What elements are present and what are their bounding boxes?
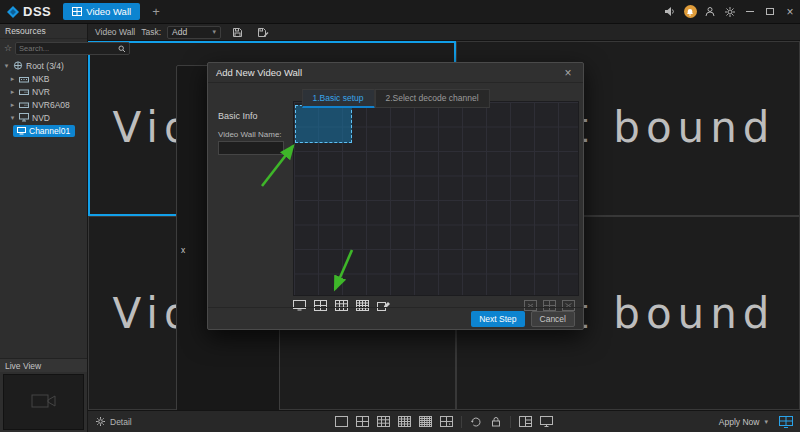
selected-channel: Channel01 [13, 125, 75, 137]
screen-split-toolbar [335, 416, 553, 428]
caret-icon[interactable]: ▾ [3, 62, 10, 70]
tour-icon[interactable] [470, 416, 482, 427]
lock-icon[interactable] [490, 416, 502, 427]
dialog-footer: Next Step Cancel [208, 307, 583, 329]
split-16-icon[interactable] [398, 416, 411, 427]
site-icon [13, 61, 23, 70]
tree-item-root[interactable]: ▾ Root (3/4) [0, 59, 87, 72]
close-window-button[interactable]: × [780, 0, 800, 24]
top-bar: DSS Video Wall + [0, 0, 800, 24]
tab-basic-setup[interactable]: 1.Basic setup [301, 89, 374, 108]
apply-control: Apply Now ▾ [719, 416, 793, 428]
search-row: ☆ [0, 39, 87, 57]
wall-name-label: Video Wall Name: [218, 130, 282, 139]
wall-output-icon[interactable] [779, 416, 793, 428]
search-icon[interactable] [118, 45, 126, 53]
channel-icon [17, 127, 26, 135]
dialog-title-bar: Add New Video Wall × [208, 63, 583, 83]
video-wall-icon [72, 7, 82, 16]
dialog-title: Add New Video Wall [216, 67, 302, 78]
task-select[interactable]: Add ▾ [167, 26, 221, 39]
tab-video-wall[interactable]: Video Wall [63, 3, 140, 20]
nvr-icon [19, 101, 29, 109]
cancel-button[interactable]: Cancel [531, 311, 575, 327]
task-label: Task: [141, 27, 161, 37]
gear-icon [95, 416, 106, 427]
add-video-wall-dialog: Add New Video Wall × 1.Basic setup 2.Sel… [207, 62, 584, 330]
bottom-bar: Detail [88, 410, 800, 432]
camera-placeholder-icon [31, 392, 57, 412]
output-screen-icon[interactable] [540, 416, 553, 427]
tree-item-nkb[interactable]: ▸ NKB [0, 72, 87, 85]
dss-logo: DSS [0, 4, 63, 19]
maximize-button[interactable] [760, 0, 780, 24]
nvr-icon [19, 88, 29, 96]
alarm-icon [684, 5, 697, 18]
search-box [15, 42, 130, 55]
tree-item-nvr6a08[interactable]: ▸ NVR6A08 [0, 98, 87, 111]
gear-icon[interactable] [720, 0, 740, 24]
tree-item-nvd[interactable]: ▾ NVD [0, 111, 87, 124]
split-4-icon[interactable] [356, 416, 369, 427]
wall-layout-grid[interactable] [293, 101, 579, 296]
wall-toolbar: Video Wall x ▾ Task: Add ▾ [88, 24, 800, 41]
caret-icon[interactable]: ▸ [9, 88, 16, 96]
task-select-value: Add [172, 27, 187, 37]
alarm-badge[interactable] [680, 0, 700, 24]
detail-control[interactable]: Detail [95, 416, 132, 427]
tree-item-label: Channel01 [29, 126, 70, 136]
divider [461, 416, 462, 428]
split-25-icon[interactable] [419, 416, 432, 427]
wall-select-label: Video Wall [95, 27, 135, 37]
live-view-preview[interactable] [3, 374, 84, 430]
tree-item-label: NVD [32, 113, 50, 123]
device-tree: ▾ Root (3/4) ▸ NKB ▸ [0, 57, 87, 139]
selected-grid-cell[interactable] [295, 105, 352, 143]
dss-logo-icon [6, 5, 20, 19]
tree-item-label: NVR6A08 [32, 100, 70, 110]
split-9-icon[interactable] [377, 416, 390, 427]
tree-item-label: NKB [32, 74, 49, 84]
user-icon[interactable] [700, 0, 720, 24]
caret-icon[interactable]: ▸ [9, 101, 16, 109]
keyboard-icon [19, 75, 29, 83]
detail-label: Detail [110, 417, 132, 427]
tree-item-channel01[interactable]: Channel01 [0, 124, 87, 137]
caret-icon[interactable]: ▸ [9, 75, 16, 83]
resources-title: Resources [0, 24, 87, 39]
caret-icon[interactable]: ▾ [9, 114, 16, 122]
basic-info-label: Basic Info [218, 111, 258, 121]
add-tab-button[interactable]: + [149, 4, 163, 19]
wall-select-value: x [181, 245, 185, 255]
split-1-icon[interactable] [335, 416, 348, 427]
minimize-button[interactable] [740, 0, 760, 24]
speaker-icon[interactable] [660, 0, 680, 24]
apply-now-button[interactable]: Apply Now [719, 417, 760, 427]
favorites-star-icon[interactable]: ☆ [4, 44, 12, 53]
split-custom-icon[interactable] [440, 416, 453, 427]
next-step-button[interactable]: Next Step [471, 311, 524, 327]
decoder-icon [19, 113, 29, 122]
search-input[interactable] [19, 44, 116, 53]
logo-text: DSS [23, 4, 51, 19]
live-view-header[interactable]: Live View [0, 358, 87, 372]
wall-name-input[interactable] [218, 141, 284, 155]
tree-item-label: NVR [32, 87, 50, 97]
dialog-tabs: 1.Basic setup 2.Select decode channel [301, 89, 489, 108]
dialog-close-icon[interactable]: × [561, 67, 575, 79]
resources-sidebar: Resources ☆ ▾ Root (3/4) ▸ [0, 24, 88, 432]
chevron-down-icon[interactable]: ▾ [764, 418, 768, 426]
tab-label: Video Wall [86, 6, 131, 17]
tree-item-label: Root (3/4) [26, 61, 64, 71]
view-detail-icon[interactable] [519, 416, 532, 427]
tree-item-nvr[interactable]: ▸ NVR [0, 85, 87, 98]
chevron-down-icon: ▾ [213, 28, 217, 36]
tab-select-decode-channel[interactable]: 2.Select decode channel [374, 89, 489, 108]
divider [510, 416, 511, 428]
dss-application-window: DSS Video Wall + [0, 0, 800, 432]
